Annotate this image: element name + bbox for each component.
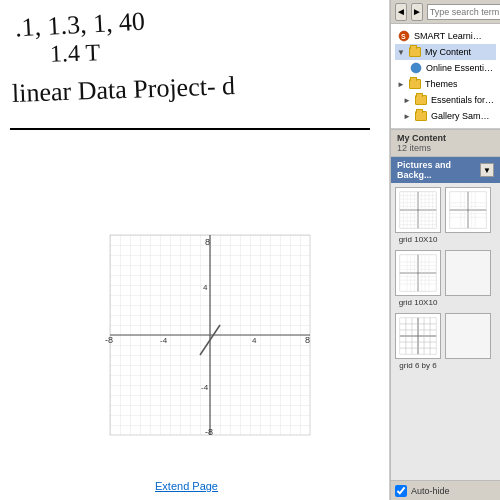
- thumb-row-2: grid 10X10: [395, 250, 496, 307]
- thumb-img-3: [395, 250, 441, 296]
- thumb-grid10-3[interactable]: grid 10X10: [395, 250, 441, 307]
- essentials-label: Essentials for E...: [431, 95, 494, 105]
- category-bar: Pictures and Backg... ▼: [391, 157, 500, 183]
- folder-icon-essentials: [414, 93, 428, 107]
- thumb-img-5: [395, 313, 441, 359]
- svg-text:4: 4: [203, 283, 208, 292]
- coordinate-grid: 8 -8 8 -8 4 -4 4 -4: [100, 220, 320, 450]
- panel-footer: Auto-hide: [391, 480, 500, 500]
- folder-icon-gallery: [414, 109, 428, 123]
- back-button[interactable]: ◄: [395, 3, 407, 21]
- thumb-grid10-2[interactable]: [445, 187, 491, 235]
- content-location: My Content: [397, 133, 494, 143]
- expand-icon-gallery: ►: [403, 112, 411, 121]
- content-count: 12 items: [397, 143, 494, 153]
- thumb-label-5: grid 6 by 6: [399, 361, 436, 370]
- handwriting-line2: 1.4 T: [50, 39, 101, 68]
- thumbnails-area: grid 10X10: [391, 183, 500, 480]
- handwriting-area: .1, 1.3, 1, 40 1.4 T linear Data Project…: [10, 10, 380, 130]
- gallery-label: Gallery Sample...: [431, 111, 494, 121]
- folder-icon-my-content: [408, 45, 422, 59]
- extend-page-link[interactable]: Extend Page: [155, 480, 218, 492]
- thumb-blank-1[interactable]: [445, 250, 491, 298]
- smart-label: SMART Learning...: [414, 31, 484, 41]
- tree-item-essentials[interactable]: ► Essentials for E...: [395, 92, 496, 108]
- svg-point-14: [411, 63, 421, 73]
- panel-toolbar: ◄ ►: [391, 0, 500, 24]
- svg-text:-4: -4: [201, 383, 209, 392]
- tree-item-gallery[interactable]: ► Gallery Sample...: [395, 108, 496, 124]
- thumb-img-1: [395, 187, 441, 233]
- thumb-img-2: [445, 187, 491, 233]
- tree-item-online[interactable]: Online Essentials: [395, 60, 496, 76]
- svg-text:4: 4: [252, 336, 257, 345]
- tree-item-my-content[interactable]: ▼ My Content: [395, 44, 496, 60]
- category-dropdown[interactable]: ▼: [480, 163, 494, 177]
- svg-text:8: 8: [205, 237, 210, 247]
- smart-icon: S: [397, 29, 411, 43]
- thumb-row-3: grid 6 by 6: [395, 313, 496, 370]
- thumb-grid10-1[interactable]: grid 10X10: [395, 187, 441, 244]
- expand-icon: ▼: [397, 48, 405, 57]
- svg-text:-8: -8: [105, 335, 113, 345]
- thumb-img-6: [445, 313, 491, 359]
- autohide-checkbox[interactable]: [395, 485, 407, 497]
- tree-view: S SMART Learning... ▼ My Content Online …: [391, 24, 500, 129]
- tree-item-smart[interactable]: S SMART Learning...: [395, 28, 496, 44]
- thumb-grid6[interactable]: grid 6 by 6: [395, 313, 441, 370]
- handwriting-line1: .1, 1.3, 1, 40: [14, 7, 145, 44]
- expand-icon-themes: ►: [397, 80, 405, 89]
- svg-text:-4: -4: [160, 336, 168, 345]
- handwriting-line3: linear Data Project- d: [12, 71, 236, 109]
- svg-text:S: S: [401, 33, 406, 40]
- svg-text:-8: -8: [205, 427, 213, 437]
- right-panel: ◄ ► S SMART Learning... ▼ My Content Onl…: [390, 0, 500, 500]
- search-input[interactable]: [427, 4, 500, 20]
- svg-text:8: 8: [305, 335, 310, 345]
- thumb-label-3: grid 10X10: [399, 298, 438, 307]
- expand-icon-essentials: ►: [403, 96, 411, 105]
- themes-label: Themes: [425, 79, 458, 89]
- folder-icon-online: [409, 61, 423, 75]
- my-content-label: My Content: [425, 47, 471, 57]
- thumb-label-1: grid 10X10: [399, 235, 438, 244]
- forward-button[interactable]: ►: [411, 3, 423, 21]
- content-header: My Content 12 items: [391, 129, 500, 157]
- category-label: Pictures and Backg...: [397, 160, 476, 180]
- thumb-img-4: [445, 250, 491, 296]
- autohide-label[interactable]: Auto-hide: [411, 486, 450, 496]
- thumb-row-1: grid 10X10: [395, 187, 496, 244]
- online-label: Online Essentials: [426, 63, 494, 73]
- tree-item-themes[interactable]: ► Themes: [395, 76, 496, 92]
- thumb-blank-2[interactable]: [445, 313, 491, 361]
- underline-bar: [10, 128, 370, 130]
- folder-icon-themes: [408, 77, 422, 91]
- whiteboard-area: .1, 1.3, 1, 40 1.4 T linear Data Project…: [0, 0, 390, 500]
